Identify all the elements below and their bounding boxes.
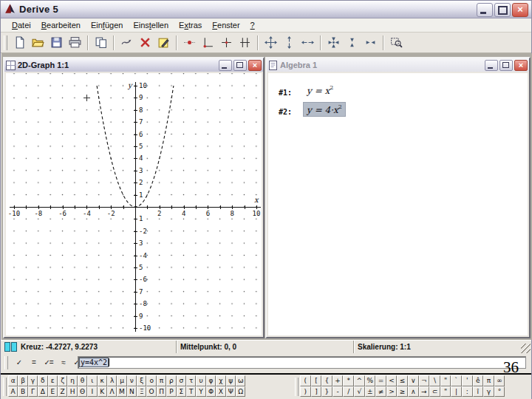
greek-upper-button[interactable]: Χ: [216, 386, 225, 398]
align-axes-button[interactable]: [236, 34, 253, 51]
math-symbol-button[interactable]: ": [440, 375, 451, 386]
zoom-rectangle-button[interactable]: [388, 34, 405, 51]
greek-lower-button[interactable]: ο: [146, 375, 156, 386]
greek-lower-button[interactable]: ι: [87, 375, 97, 386]
greek-upper-button[interactable]: Α: [8, 386, 18, 398]
greek-upper-button[interactable]: Δ: [38, 386, 47, 398]
greek-upper-button[interactable]: Π: [157, 386, 166, 398]
greek-upper-button[interactable]: Γ: [28, 386, 38, 398]
entry-action-button[interactable]: ✓: [13, 356, 25, 369]
entry-action-button[interactable]: ✓=: [42, 356, 55, 369]
resize-grip[interactable]: [521, 344, 531, 353]
greek-lower-button[interactable]: ψ: [226, 375, 236, 386]
greek-lower-button[interactable]: ν: [127, 375, 137, 386]
math-symbol-button[interactable]: π: [483, 375, 494, 386]
trace-curve-button[interactable]: [118, 34, 135, 51]
annotate-button[interactable]: [155, 34, 172, 51]
minimize-button[interactable]: [477, 3, 493, 17]
greek-upper-button[interactable]: Υ: [196, 386, 205, 398]
graph-minimize-button[interactable]: [219, 60, 232, 71]
math-symbol-button[interactable]: {: [321, 375, 332, 386]
math-symbol-button[interactable]: -: [332, 386, 344, 398]
math-symbol-button[interactable]: √: [354, 386, 365, 398]
entry-action-button[interactable]: =: [27, 356, 40, 369]
math-symbol-button[interactable]: >: [386, 386, 398, 398]
zoom-in-both-button[interactable]: [325, 34, 342, 51]
math-symbol-button[interactable]: `: [451, 375, 462, 386]
center-cross-button[interactable]: [218, 34, 235, 51]
math-symbol-button[interactable]: →: [419, 386, 430, 398]
math-symbol-button[interactable]: ¬: [419, 375, 430, 386]
math-symbol-button[interactable]: }: [321, 386, 332, 398]
math-symbol-button[interactable]: \: [429, 375, 440, 386]
menu-item[interactable]: Extras: [174, 19, 207, 31]
math-symbol-button[interactable]: +: [332, 375, 344, 386]
greek-lower-button[interactable]: μ: [117, 375, 126, 386]
greek-lower-button[interactable]: χ: [216, 375, 225, 386]
greek-lower-button[interactable]: π: [157, 375, 166, 386]
title-bar[interactable]: Derive 5 ×: [1, 1, 531, 18]
entrybar-drag-handle[interactable]: [4, 356, 8, 369]
algebra-window-titlebar[interactable]: Algebra 1 ×: [267, 58, 529, 72]
greek-lower-button[interactable]: υ: [196, 375, 205, 386]
math-symbol-button[interactable]: |: [451, 386, 462, 398]
print-button[interactable]: [66, 34, 83, 51]
greek-toolbar-handle[interactable]: [3, 378, 7, 396]
greek-upper-button[interactable]: Θ: [78, 386, 87, 398]
greek-upper-button[interactable]: Η: [67, 386, 77, 398]
zoom-in-vertical-button[interactable]: [344, 34, 361, 51]
cross-cursor[interactable]: [83, 95, 90, 101]
math-symbol-button[interactable]: ∨: [408, 375, 419, 386]
graph-close-button[interactable]: ×: [248, 60, 262, 71]
math-symbol-button[interactable]: ∞: [494, 375, 505, 386]
greek-lower-button[interactable]: λ: [107, 375, 117, 386]
algebra-close-button[interactable]: ×: [514, 60, 528, 71]
delete-plot-button[interactable]: [137, 34, 154, 51]
greek-upper-button[interactable]: Ζ: [58, 386, 67, 398]
greek-lower-button[interactable]: σ: [177, 375, 186, 386]
greek-lower-button[interactable]: ω: [236, 375, 245, 386]
toolbar-drag-handle[interactable]: [4, 35, 7, 50]
algebra-maximize-button[interactable]: [499, 60, 513, 71]
greek-lower-button[interactable]: θ: [78, 375, 87, 386]
math-symbol-button[interactable]: ⊂: [429, 386, 440, 398]
maximize-button[interactable]: [494, 3, 511, 17]
copy-expression-button[interactable]: [92, 34, 109, 51]
math-symbol-button[interactable]: ]: [311, 386, 322, 398]
math-symbol-button[interactable]: *: [343, 375, 354, 386]
algebra-content[interactable]: #1: y = x2 #2: y = 4·x2: [268, 73, 528, 335]
plot-area[interactable]: -10-8-6-4-2246810 109876543211-23-45-67-…: [6, 73, 262, 335]
greek-lower-button[interactable]: ξ: [137, 375, 146, 386]
math-toolbar-handle[interactable]: [295, 378, 299, 396]
save-file-button[interactable]: [48, 34, 65, 51]
math-symbol-button[interactable]: ê: [473, 375, 484, 386]
math-symbol-button[interactable]: ≤: [397, 375, 408, 386]
greek-upper-button[interactable]: Ρ: [166, 386, 176, 398]
open-file-button[interactable]: [30, 34, 47, 51]
math-symbol-button[interactable]: <: [386, 375, 398, 386]
greek-upper-button[interactable]: Τ: [186, 386, 196, 398]
menu-item[interactable]: Datei: [7, 19, 36, 31]
zoom-out-both-button[interactable]: [262, 34, 279, 51]
menu-item[interactable]: Einfügen: [86, 19, 128, 31]
greek-upper-button[interactable]: Ψ: [226, 386, 236, 398]
math-symbol-button[interactable]: ^: [354, 375, 365, 386]
math-symbol-button[interactable]: /: [343, 386, 354, 398]
greek-upper-button[interactable]: Κ: [98, 386, 107, 398]
greek-upper-button[interactable]: Ξ: [137, 386, 146, 398]
math-symbol-button[interactable]: ∧: [408, 386, 419, 398]
greek-upper-button[interactable]: Β: [18, 386, 27, 398]
math-symbol-button[interactable]: γ: [483, 386, 494, 398]
greek-lower-button[interactable]: β: [18, 375, 27, 386]
math-symbol-button[interactable]: [: [311, 375, 322, 386]
greek-upper-button[interactable]: Ι: [87, 386, 97, 398]
menu-item[interactable]: ?: [245, 19, 260, 31]
expression-input[interactable]: y=4x^2: [78, 356, 526, 369]
trace-mode-button[interactable]: [181, 34, 198, 51]
greek-lower-button[interactable]: ρ: [166, 375, 176, 386]
math-symbol-button[interactable]: ≠: [375, 386, 386, 398]
zoom-out-vertical-button[interactable]: [281, 34, 298, 51]
entry-action-button[interactable]: ≈: [57, 356, 69, 369]
math-symbol-button[interactable]: ": [440, 386, 451, 398]
greek-upper-button[interactable]: Φ: [206, 386, 216, 398]
